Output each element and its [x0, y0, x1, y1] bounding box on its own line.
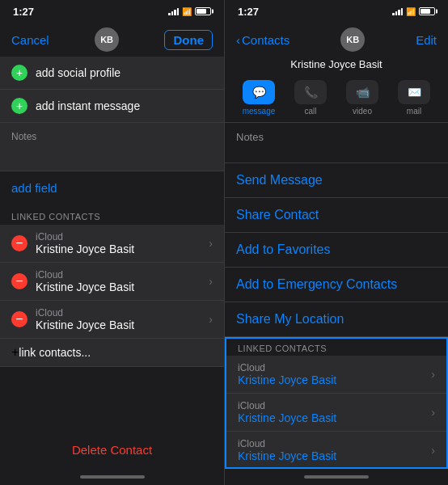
link-contacts-label: link contacts... [19, 346, 91, 359]
back-button[interactable]: ‹ Contacts [236, 33, 290, 47]
add-to-favorites-label: Add to Favorites [236, 242, 331, 256]
minus-icon[interactable]: − [11, 273, 27, 289]
linked-source-right: iCloud [238, 400, 431, 411]
linked-contact-right-info: iCloud Kristine Joyce Basit [238, 400, 431, 424]
message-action-button[interactable]: 💬 message [237, 80, 281, 116]
mail-icon: ✉️ [398, 80, 430, 104]
mail-label: mail [407, 107, 421, 116]
battery-icon [419, 7, 435, 15]
add-social-profile-row[interactable]: + add social profile [0, 57, 224, 90]
video-icon: 📹 [346, 80, 378, 104]
home-indicator [0, 469, 224, 485]
done-button[interactable]: Done [164, 30, 213, 50]
linked-source-right: iCloud [238, 362, 431, 373]
battery-icon [195, 7, 211, 15]
plus-icon: + [11, 98, 27, 114]
linked-contact-row[interactable]: − iCloud Kristine Joyce Basit › [0, 301, 224, 339]
delete-contact-button[interactable]: Delete Contact [72, 443, 152, 457]
add-field-button[interactable]: add field [11, 181, 57, 195]
send-message-label: Send Message [236, 173, 323, 187]
link-contacts-row[interactable]: + link contacts... [0, 339, 224, 367]
add-instant-message-label: add instant message [36, 99, 140, 112]
share-my-location-menu-item[interactable]: Share My Location [225, 302, 448, 337]
notes-label: Notes [11, 131, 213, 142]
linked-contact-source: iCloud [36, 269, 209, 280]
linked-contact-info: iCloud Kristine Joyce Basit [36, 307, 209, 331]
add-instant-message-row[interactable]: + add instant message [0, 90, 224, 123]
plus-icon: + [11, 65, 27, 81]
left-nav-bar: Cancel KB Done [0, 23, 224, 57]
wifi-icon: 📶 [182, 7, 192, 16]
video-action-button[interactable]: 📹 video [340, 80, 385, 116]
chevron-left-icon: ‹ [236, 33, 240, 47]
notes-right-label: Notes [236, 131, 264, 143]
avatar: KB [340, 27, 365, 52]
linked-contact-right-info: iCloud Kristine Joyce Basit [238, 362, 431, 386]
call-icon: 📞 [294, 80, 327, 104]
linked-contact-row[interactable]: − iCloud Kristine Joyce Basit › [0, 263, 224, 301]
left-panel: 1:27 📶 Cancel KB Done + add social profi… [0, 0, 224, 485]
linked-name-right: Kristine Joyce Basit [238, 373, 431, 386]
left-status-time: 1:27 [13, 6, 34, 18]
chevron-right-icon: › [209, 275, 213, 288]
cancel-button[interactable]: Cancel [11, 33, 49, 47]
linked-contact-info: iCloud Kristine Joyce Basit [36, 269, 209, 293]
linked-source-right: iCloud [238, 438, 431, 449]
plus-icon: + [11, 345, 19, 360]
linked-name-right: Kristine Joyce Basit [238, 449, 431, 462]
chevron-right-icon: › [431, 406, 435, 419]
right-status-bar: 1:27 📶 [225, 0, 448, 23]
call-action-button[interactable]: 📞 call [289, 80, 333, 116]
linked-contacts-right-header: LINKED CONTACTS [226, 339, 446, 356]
linked-contact-right-row[interactable]: iCloud Kristine Joyce Basit › [226, 432, 446, 469]
send-message-menu-item[interactable]: Send Message [225, 163, 448, 198]
right-status-time: 1:27 [238, 6, 259, 18]
add-to-emergency-label: Add to Emergency Contacts [236, 277, 397, 291]
add-to-emergency-menu-item[interactable]: Add to Emergency Contacts [225, 268, 448, 302]
contact-name: Kristine Joyce Basit [225, 57, 448, 75]
call-label: call [304, 107, 316, 116]
edit-button[interactable]: Edit [416, 33, 437, 47]
mail-action-button[interactable]: ✉️ mail [392, 80, 437, 116]
notes-right-section[interactable]: Notes [225, 123, 448, 163]
avatar: KB [95, 27, 119, 52]
video-label: video [353, 107, 372, 116]
add-field-row[interactable]: add field [0, 171, 224, 205]
right-panel: 1:27 📶 ‹ Contacts KB Edit Kristine Joyce… [224, 0, 448, 485]
linked-contact-name: Kristine Joyce Basit [36, 280, 209, 293]
right-nav-bar: ‹ Contacts KB Edit [225, 23, 448, 57]
share-my-location-label: Share My Location [236, 312, 344, 326]
contacts-back-label: Contacts [242, 33, 290, 47]
signal-bars-icon [392, 7, 403, 15]
share-contact-menu-item[interactable]: Share Contact [225, 198, 448, 233]
notes-section[interactable]: Notes [0, 123, 224, 171]
linked-contacts-header: LINKED CONTACTS [0, 205, 224, 225]
minus-icon[interactable]: − [11, 235, 27, 251]
linked-contact-source: iCloud [36, 231, 209, 242]
add-social-profile-label: add social profile [36, 66, 120, 79]
chevron-right-icon: › [431, 444, 435, 457]
home-bar [80, 475, 145, 479]
message-icon: 💬 [243, 80, 275, 104]
right-status-icons: 📶 [392, 7, 435, 16]
signal-bars-icon [168, 7, 179, 15]
linked-contact-source: iCloud [36, 307, 209, 318]
linked-contact-name: Kristine Joyce Basit [36, 242, 209, 255]
linked-contacts-right-box: LINKED CONTACTS iCloud Kristine Joyce Ba… [225, 337, 448, 469]
linked-contact-name: Kristine Joyce Basit [36, 318, 209, 331]
action-buttons-row: 💬 message 📞 call 📹 video ✉️ mail [225, 75, 448, 123]
minus-icon[interactable]: − [11, 311, 27, 327]
add-to-favorites-menu-item[interactable]: Add to Favorites [225, 233, 448, 268]
linked-contact-info: iCloud Kristine Joyce Basit [36, 231, 209, 255]
linked-contact-right-row[interactable]: iCloud Kristine Joyce Basit › [226, 356, 446, 394]
home-bar [304, 475, 369, 479]
chevron-right-icon: › [209, 237, 213, 250]
linked-contact-right-row[interactable]: iCloud Kristine Joyce Basit › [226, 394, 446, 432]
wifi-icon: 📶 [406, 7, 416, 16]
chevron-right-icon: › [209, 313, 213, 326]
chevron-right-icon: › [431, 368, 435, 381]
delete-contact-row[interactable]: Delete Contact [0, 432, 224, 469]
left-status-icons: 📶 [168, 7, 211, 16]
linked-name-right: Kristine Joyce Basit [238, 411, 431, 424]
linked-contact-row[interactable]: − iCloud Kristine Joyce Basit › [0, 225, 224, 263]
